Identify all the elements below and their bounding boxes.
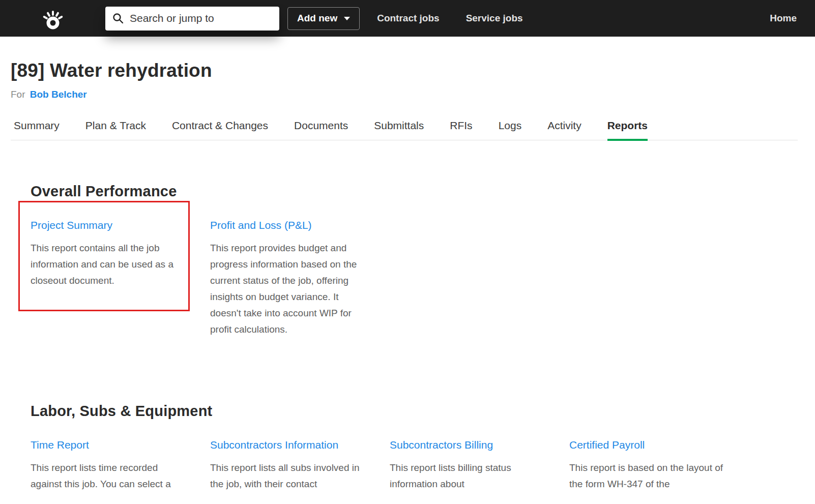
report-link-subcontractors-information[interactable]: Subcontractors Information xyxy=(210,439,338,451)
report-card-profit-loss: Profit and Loss (P&L) This report provid… xyxy=(210,219,367,338)
tab-submittals[interactable]: Submittals xyxy=(374,120,424,140)
report-description: This report lists time recorded against … xyxy=(31,460,187,492)
report-link-project-summary[interactable]: Project Summary xyxy=(31,219,112,231)
top-navbar: Add new Contract jobs Service jobs Home xyxy=(0,0,815,37)
nav-service-jobs[interactable]: Service jobs xyxy=(466,13,523,24)
tab-logs[interactable]: Logs xyxy=(499,120,522,140)
report-description: This report contains all the job informa… xyxy=(31,240,187,289)
report-grid: Time Report This report lists time recor… xyxy=(31,439,815,492)
report-grid: Project Summary This report contains all… xyxy=(31,219,815,338)
tab-activity[interactable]: Activity xyxy=(547,120,581,140)
report-card-certified-payroll: Certified Payroll This report is based o… xyxy=(569,439,726,492)
report-description: This report provides budget and progress… xyxy=(210,240,367,338)
global-search[interactable] xyxy=(105,7,279,31)
tab-rfis[interactable]: RFIs xyxy=(450,120,472,140)
report-card-time-report: Time Report This report lists time recor… xyxy=(31,439,187,492)
knowify-logo-icon xyxy=(41,7,65,30)
page-title: [89] Water rehydration xyxy=(11,60,815,81)
navbar-links: Contract jobs Service jobs xyxy=(377,13,522,24)
tab-summary[interactable]: Summary xyxy=(14,120,60,140)
report-description: This report lists billing status informa… xyxy=(390,460,546,492)
chevron-down-icon xyxy=(344,17,350,20)
app-logo[interactable] xyxy=(0,7,105,30)
report-card-project-summary: Project Summary This report contains all… xyxy=(31,219,187,338)
report-link-time-report[interactable]: Time Report xyxy=(31,439,89,451)
report-link-profit-loss[interactable]: Profit and Loss (P&L) xyxy=(210,219,312,231)
for-label: For xyxy=(11,89,25,100)
report-link-certified-payroll[interactable]: Certified Payroll xyxy=(569,439,645,451)
tab-contract-changes[interactable]: Contract & Changes xyxy=(172,120,268,140)
tab-plan-track[interactable]: Plan & Track xyxy=(85,120,146,140)
tab-reports[interactable]: Reports xyxy=(607,120,648,140)
customer-link[interactable]: Bob Belcher xyxy=(30,89,87,100)
search-icon xyxy=(112,13,124,24)
search-input[interactable] xyxy=(130,12,272,24)
section-labor-subs-equipment: Labor, Subs & Equipment Time Report This… xyxy=(31,403,815,492)
report-description: This report lists all subs involved in t… xyxy=(210,460,367,492)
add-new-label: Add new xyxy=(297,13,337,24)
job-tabs: Summary Plan & Track Contract & Changes … xyxy=(11,120,798,140)
section-overall-performance: Overall Performance Project Summary This… xyxy=(31,183,815,338)
nav-home[interactable]: Home xyxy=(770,13,797,24)
report-card-subcontractors-billing: Subcontractors Billing This report lists… xyxy=(390,439,546,492)
report-card-subcontractors-information: Subcontractors Information This report l… xyxy=(210,439,367,492)
section-title: Overall Performance xyxy=(31,183,815,200)
report-description: This report is based on the layout of th… xyxy=(569,460,726,492)
add-new-button[interactable]: Add new xyxy=(287,7,360,30)
job-customer-line: For Bob Belcher xyxy=(11,89,815,100)
nav-contract-jobs[interactable]: Contract jobs xyxy=(377,13,439,24)
tab-documents[interactable]: Documents xyxy=(294,120,348,140)
report-link-subcontractors-billing[interactable]: Subcontractors Billing xyxy=(390,439,493,451)
job-reports-page: [89] Water rehydration For Bob Belcher S… xyxy=(0,60,815,492)
section-title: Labor, Subs & Equipment xyxy=(31,403,815,420)
